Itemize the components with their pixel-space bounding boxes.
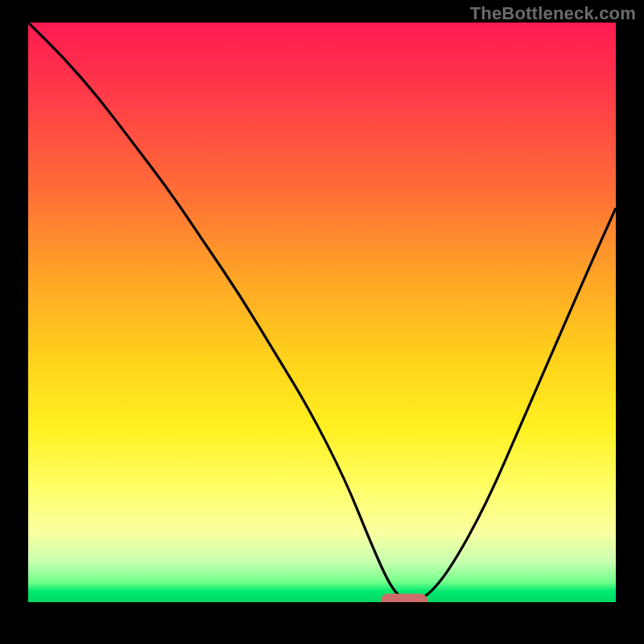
chart-frame: TheBottleneck.com (0, 0, 644, 644)
optimal-marker (381, 594, 427, 603)
bottleneck-curve (28, 23, 616, 602)
watermark-text: TheBottleneck.com (470, 3, 636, 24)
curve-path (28, 23, 616, 601)
plot-area (28, 23, 616, 602)
